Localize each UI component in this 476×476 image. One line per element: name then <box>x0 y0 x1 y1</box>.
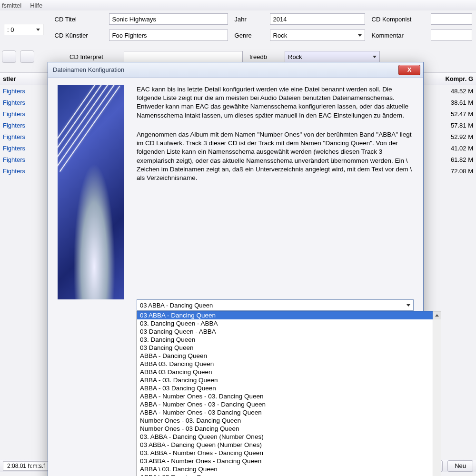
cell-artist: Fighters <box>0 168 52 175</box>
speed-value: : 0 <box>7 26 14 33</box>
cell-size: 72.08 M <box>432 168 476 175</box>
chevron-down-icon <box>407 304 410 307</box>
dialog-titlebar[interactable]: Dateinamen Konfiguration X <box>48 62 423 78</box>
naming-scheme-option[interactable]: 03 ABBA - Dancing Queen (Number Ones) <box>137 441 441 449</box>
cell-size: 41.02 M <box>432 145 476 152</box>
dialog-artwork <box>58 85 124 299</box>
chevron-down-icon <box>358 34 362 37</box>
naming-scheme-option[interactable]: ABBA - 03. Dancing Queen <box>137 376 441 384</box>
naming-scheme-option[interactable]: 03 Dancing Queen <box>137 344 441 352</box>
label-cd-kuenstler: CD Künstler <box>55 32 102 39</box>
naming-scheme-option[interactable]: ABBA 03. Dancing Queen <box>137 360 441 368</box>
naming-scheme-option[interactable]: ABBA - Number Ones - 03 - Dancing Queen <box>137 400 441 408</box>
label-cd-interpret: CD Interpret <box>69 53 117 60</box>
close-icon: X <box>407 66 412 73</box>
cell-size: 61.82 M <box>432 156 476 163</box>
column-artist[interactable]: stler <box>0 73 52 85</box>
chevron-up-icon <box>435 314 439 317</box>
label-cd-komponist: CD Komponist <box>372 16 424 23</box>
naming-scheme-option[interactable]: 03. ABBA - Dancing Queen (Number Ones) <box>137 433 441 441</box>
naming-scheme-option[interactable]: ABBA - 03 Dancing Queen <box>137 384 441 392</box>
naming-scheme-option[interactable]: 03 Dancing Queen - ABBA <box>137 327 441 336</box>
cell-artist: Fighters <box>0 88 52 95</box>
naming-scheme-option[interactable]: 03. Dancing Queen - ABBA <box>137 319 441 327</box>
naming-scheme-option[interactable]: 03 ABBA - Number Ones - Dancing Queen <box>137 457 441 465</box>
menu-item[interactable]: fsmittel <box>2 2 21 9</box>
label-jahr: Jahr <box>235 16 263 23</box>
cell-size: 38.61 M <box>432 99 476 106</box>
column-size[interactable]: Kompr. G <box>432 73 476 85</box>
combo-freedb-value: Rock <box>288 53 302 60</box>
close-button[interactable]: X <box>398 65 420 75</box>
naming-scheme-dropdown[interactable]: 03 ABBA - Dancing Queen03. Dancing Queen… <box>137 311 441 476</box>
cell-artist: Fighters <box>0 133 52 140</box>
combo-genre-value: Rock <box>273 32 288 39</box>
chevron-down-icon <box>36 29 40 31</box>
cell-artist: Fighters <box>0 110 52 118</box>
naming-scheme-option[interactable]: ABBA \ 03. Dancing Queen <box>137 465 441 473</box>
naming-scheme-option[interactable]: 03. ABBA - Number Ones - Dancing Queen <box>137 449 441 457</box>
naming-scheme-option[interactable]: ABBA - Number Ones - 03. Dancing Queen <box>137 392 441 400</box>
input-cd-kuenstler[interactable] <box>109 30 228 41</box>
combo-freedb[interactable]: Rock <box>285 51 380 62</box>
dialog-paragraph-1: EAC kann bis ins letzte Detail konfiguri… <box>137 85 414 120</box>
label-kommentar: Kommentar <box>372 32 424 39</box>
cell-artist: Fighters <box>0 156 52 163</box>
cell-size: 48.52 M <box>432 88 476 95</box>
naming-scheme-option[interactable]: 03 ABBA - Dancing Queen <box>137 311 441 319</box>
cell-size: 52.92 M <box>432 133 476 140</box>
naming-scheme-option[interactable]: 03. Dancing Queen <box>137 336 441 344</box>
db-button-2[interactable] <box>20 50 34 63</box>
dialog-paragraph-2: Angenommen das Album mit dem Namen "Numb… <box>137 130 414 182</box>
naming-scheme-option[interactable]: ABBA \ 03 Dancing Queen <box>137 473 441 476</box>
naming-scheme-option[interactable]: ABBA - Dancing Queen <box>137 352 441 360</box>
input-kommentar[interactable] <box>431 30 472 41</box>
input-jahr[interactable] <box>270 13 365 25</box>
naming-scheme-selected: 03 ABBA - Dancing Queen <box>140 302 213 309</box>
combo-genre[interactable]: Rock <box>270 30 365 41</box>
naming-scheme-option[interactable]: Number Ones - 03. Dancing Queen <box>137 416 441 425</box>
dialog-title: Dateinamen Konfiguration <box>53 66 124 73</box>
cell-size: 57.81 M <box>432 122 476 129</box>
filename-config-dialog: Dateinamen Konfiguration X EAC kann bis … <box>48 62 424 476</box>
db-button-1[interactable] <box>2 50 16 63</box>
scroll-up-button[interactable] <box>433 311 441 319</box>
cell-artist: Fighters <box>0 145 52 152</box>
naming-scheme-select[interactable]: 03 ABBA - Dancing Queen <box>137 299 414 311</box>
cell-artist: Fighters <box>0 99 52 106</box>
naming-scheme-option[interactable]: Number Ones - 03 Dancing Queen <box>137 425 441 433</box>
scrollbar[interactable] <box>433 311 441 476</box>
label-freedb: freedb <box>249 53 278 60</box>
input-cd-komponist[interactable] <box>431 13 472 25</box>
chevron-down-icon <box>373 56 377 58</box>
label-genre: Genre <box>235 32 263 39</box>
naming-scheme-option[interactable]: ABBA - Number Ones - 03 Dancing Queen <box>137 408 441 416</box>
menubar: fsmittel Hilfe <box>0 0 476 10</box>
menu-item[interactable]: Hilfe <box>30 2 42 9</box>
cell-size: 52.47 M <box>432 110 476 118</box>
input-cd-titel[interactable] <box>109 13 228 25</box>
input-cd-interpret[interactable] <box>124 51 243 62</box>
label-cd-titel: CD Titel <box>55 16 102 23</box>
new-button[interactable]: Neu <box>447 460 473 472</box>
speed-combo[interactable]: : 0 <box>4 24 43 35</box>
naming-scheme-option[interactable]: ABBA 03 Dancing Queen <box>137 368 441 376</box>
cell-artist: Fighters <box>0 122 52 129</box>
